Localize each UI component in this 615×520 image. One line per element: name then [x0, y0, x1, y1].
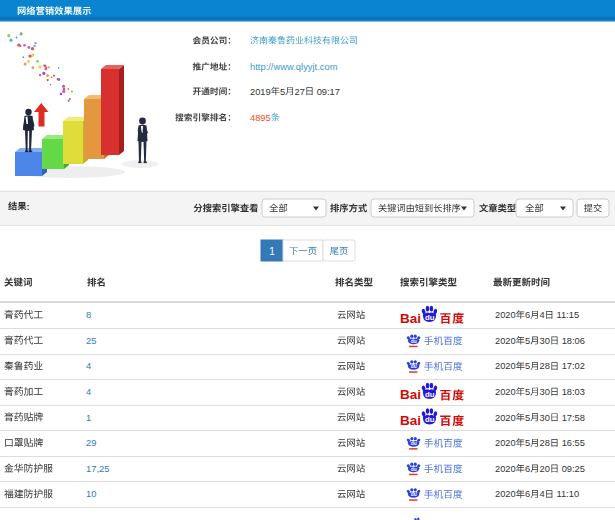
svg-text:17:02: 17:02 [559, 361, 585, 371]
svg-text:du: du [425, 313, 435, 322]
svg-text:27: 27 [295, 87, 305, 97]
svg-text:2019: 2019 [250, 87, 271, 97]
svg-text:5: 5 [525, 413, 530, 423]
svg-text:8: 8 [86, 309, 91, 320]
svg-text:18:06: 18:06 [559, 336, 585, 346]
svg-text:2020: 2020 [495, 489, 516, 499]
svg-text:5: 5 [525, 387, 530, 397]
svg-text:6: 6 [525, 464, 530, 474]
svg-text:4: 4 [86, 386, 91, 397]
svg-text:16:55: 16:55 [559, 438, 585, 448]
svg-text:du: du [425, 415, 435, 424]
svg-text:5: 5 [525, 438, 530, 448]
svg-text:5: 5 [525, 361, 530, 371]
svg-text:18:03: 18:03 [559, 387, 585, 397]
svg-text:2020: 2020 [495, 387, 516, 397]
svg-text:http://www.qlyyjt.com: http://www.qlyyjt.com [250, 61, 338, 72]
svg-text:09:25: 09:25 [559, 464, 585, 474]
svg-text:29: 29 [86, 437, 96, 448]
svg-text:du: du [411, 492, 417, 497]
svg-text:17:58: 17:58 [559, 413, 585, 423]
svg-text:09:17: 09:17 [314, 87, 340, 97]
svg-text:2020: 2020 [495, 361, 516, 371]
svg-text:2020: 2020 [495, 464, 516, 474]
svg-text:du: du [411, 467, 417, 472]
svg-text:2020: 2020 [495, 413, 516, 423]
svg-text:4: 4 [540, 489, 545, 499]
svg-text:30: 30 [540, 413, 550, 423]
svg-text:25: 25 [86, 335, 96, 346]
svg-text:Bai: Bai [400, 311, 421, 326]
svg-text:28: 28 [540, 438, 550, 448]
svg-text:Bai: Bai [400, 413, 421, 428]
svg-text:2020: 2020 [495, 310, 516, 320]
svg-text:30: 30 [540, 387, 550, 397]
svg-text:du: du [411, 364, 417, 369]
svg-text:4: 4 [540, 310, 545, 320]
svg-text:2020: 2020 [495, 336, 516, 346]
svg-text::: : [27, 202, 30, 212]
svg-text:1: 1 [269, 246, 275, 257]
svg-text:5: 5 [525, 336, 530, 346]
svg-text:1: 1 [86, 412, 91, 423]
svg-text:du: du [411, 339, 417, 344]
svg-text:5: 5 [280, 87, 285, 97]
svg-text:Bai: Bai [400, 387, 421, 402]
svg-text:4895: 4895 [250, 113, 271, 123]
svg-text:2020: 2020 [495, 438, 516, 448]
svg-text:du: du [411, 441, 417, 446]
svg-text:30: 30 [540, 336, 550, 346]
svg-text:6: 6 [525, 310, 530, 320]
svg-text:du: du [425, 390, 435, 399]
svg-text:11:15: 11:15 [554, 310, 579, 320]
svg-text:10: 10 [86, 488, 96, 499]
svg-text:20: 20 [540, 464, 550, 474]
svg-text:28: 28 [540, 361, 550, 371]
svg-text:4: 4 [86, 360, 91, 371]
svg-text:6: 6 [525, 489, 530, 499]
svg-text:17,25: 17,25 [86, 463, 109, 474]
svg-text:11:10: 11:10 [554, 489, 579, 499]
